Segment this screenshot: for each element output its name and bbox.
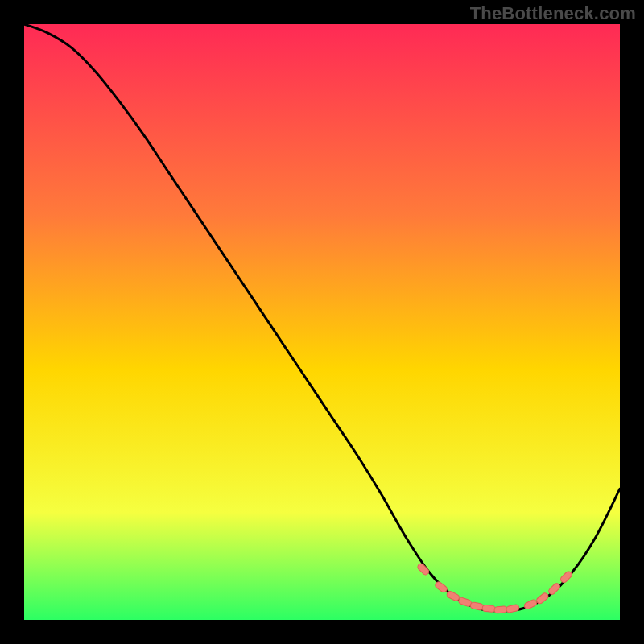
bottleneck-chart [0,0,644,644]
chart-frame: TheBottleneck.com [0,0,644,644]
marker-pill [494,606,508,614]
watermark-text: TheBottleneck.com [470,3,636,24]
marker-pill [482,605,496,613]
plot-background [24,24,620,620]
